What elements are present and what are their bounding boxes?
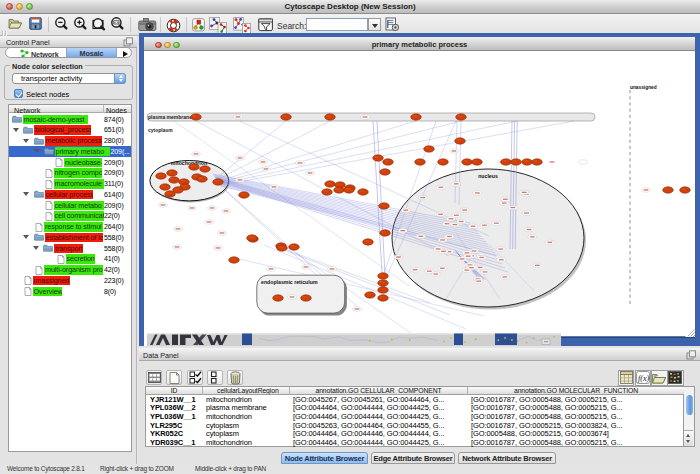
svg-text:plasma membrane: plasma membrane <box>148 114 192 120</box>
svg-text:mitochondrion: mitochondrion <box>171 160 207 166</box>
svg-text:f(x): f(x) <box>638 374 649 383</box>
svg-text:cytoplasm: cytoplasm <box>148 127 173 133</box>
svg-text:endoplasmic reticulum: endoplasmic reticulum <box>261 279 318 285</box>
svg-text:nucleus: nucleus <box>478 173 498 179</box>
svg-text:unassigned: unassigned <box>630 85 657 90</box>
